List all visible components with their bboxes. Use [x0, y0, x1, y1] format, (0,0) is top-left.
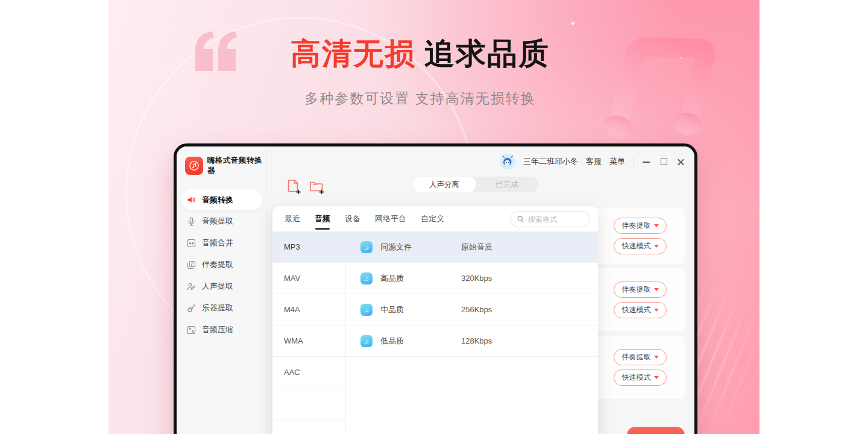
chevron-down-icon — [654, 245, 659, 248]
guitar-icon — [186, 303, 197, 313]
username[interactable]: 三年二班邱小冬 — [523, 156, 578, 167]
sidebar-item-accompaniment-extract[interactable]: 伴奏提取 — [177, 254, 266, 275]
sidebar-nav: 音频转换 音频提取 音频合并 — [177, 189, 266, 341]
sidebar-item-label: 乐器提取 — [202, 303, 233, 313]
dropdown-label: 伴奏提取 — [622, 352, 651, 362]
dropdown-label: 快速模式 — [622, 373, 651, 383]
vocal-icon — [186, 281, 197, 292]
sidebar-item-audio-merge[interactable]: 音频合并 — [177, 232, 266, 254]
compress-icon — [186, 325, 197, 335]
app-name: 嗨格式音频转换器 — [207, 156, 266, 176]
sidebar-item-audio-extract[interactable]: 音频提取 — [177, 210, 266, 232]
sparkle-decoration — [571, 22, 574, 25]
add-folder-icon[interactable] — [309, 178, 324, 194]
quality-option-high[interactable]: ♫ 高品质 320Kbps — [346, 263, 598, 294]
banner-title-accent: 高清无损 — [291, 37, 416, 71]
dropdown-label: 快速模式 — [622, 305, 651, 315]
format-list: MP3 MAV M4A WMA AAC — [272, 231, 346, 434]
quality-option-source[interactable]: ♫ 同源文件 原始音质 — [346, 231, 598, 263]
sidebar: 嗨格式音频转换器 音频转换 — [177, 146, 267, 434]
format-search[interactable] — [510, 211, 590, 227]
app-window: 嗨格式音频转换器 音频转换 — [174, 143, 697, 434]
sidebar-item-vocal-extract[interactable]: 人声提取 — [177, 275, 266, 297]
format-option-wma[interactable]: WMA — [272, 326, 345, 357]
format-search-input[interactable] — [528, 215, 580, 224]
dropdown-label: 快速模式 — [622, 241, 651, 251]
sidebar-item-audio-convert[interactable]: 音频转换 — [181, 189, 262, 210]
add-file-icon[interactable] — [286, 178, 301, 194]
titlebar-right: 三年二班邱小冬 客服 菜单 — [500, 154, 685, 169]
quality-value: 原始音质 — [461, 242, 492, 253]
format-tab-platform[interactable]: 网络平台 — [375, 206, 406, 231]
close-icon[interactable] — [678, 158, 685, 165]
maximize-icon[interactable] — [660, 158, 667, 165]
app-logo-icon — [185, 157, 203, 175]
app-logo-row: 嗨格式音频转换器 — [177, 146, 266, 176]
sidebar-item-label: 音频合并 — [202, 237, 233, 248]
format-tab-recent[interactable]: 最近 — [285, 206, 300, 231]
banner-title-rest: 追求品质 — [424, 37, 550, 71]
fast-mode-dropdown[interactable]: 快速模式 — [614, 238, 667, 254]
fast-mode-dropdown[interactable]: 快速模式 — [614, 302, 667, 318]
sidebar-item-label: 音频转换 — [202, 195, 233, 206]
format-option-aac[interactable]: AAC — [272, 357, 345, 388]
search-icon — [517, 215, 524, 223]
quality-value: 256Kbps — [461, 305, 492, 314]
fast-mode-dropdown[interactable]: 快速模式 — [614, 370, 667, 386]
sidebar-item-audio-compress[interactable]: 音频压缩 — [177, 319, 266, 341]
music-note-icon: ♫ — [360, 272, 373, 285]
quality-option-medium[interactable]: ♫ 中品质 256Kbps — [346, 294, 598, 326]
sidebar-item-label: 音频压缩 — [202, 324, 233, 335]
sidebar-item-label: 音频提取 — [202, 216, 233, 227]
microphone-icon — [186, 216, 197, 227]
promo-banner: 高清无损追求品质 多种参数可设置 支持高清无损转换 嗨格式音频转换器 — [108, 0, 760, 434]
chevron-down-icon — [654, 288, 659, 291]
toolbar-add-actions — [286, 178, 324, 194]
chevron-down-icon — [654, 376, 659, 379]
titlebar-divider — [633, 157, 634, 166]
music-note-icon: ♫ — [360, 304, 373, 316]
chevron-down-icon — [654, 224, 659, 227]
music-note-icon: ♫ — [360, 241, 373, 253]
tab-vocal-separation[interactable]: 人声分离 — [413, 177, 476, 192]
tab-completed[interactable]: 已完成 — [476, 177, 538, 192]
convert-button[interactable] — [627, 427, 685, 434]
quality-name: 同源文件 — [380, 242, 461, 253]
quality-list: ♫ 同源文件 原始音质 ♫ 高品质 320Kbps ♫ — [346, 231, 598, 434]
accompaniment-extract-dropdown[interactable]: 伴奏提取 — [614, 281, 667, 298]
page: 高清无损追求品质 多种参数可设置 支持高清无损转换 嗨格式音频转换器 — [0, 0, 868, 434]
quality-value: 320Kbps — [461, 274, 492, 283]
quality-option-low[interactable]: ♫ 低品质 128Kbps — [346, 326, 598, 357]
format-option-mav[interactable]: MAV — [272, 263, 345, 294]
avatar[interactable] — [500, 154, 515, 169]
dropdown-label: 伴奏提取 — [622, 221, 651, 231]
quality-value: 128Kbps — [461, 336, 492, 345]
format-row-empty — [272, 388, 345, 420]
format-panel-body: MP3 MAV M4A WMA AAC ♫ 同源文件 原始音质 — [272, 231, 598, 434]
mode-tabs: 人声分离 已完成 — [413, 177, 538, 192]
dropdown-label: 伴奏提取 — [622, 285, 651, 295]
format-tab-device[interactable]: 设备 — [345, 206, 360, 231]
banner-title: 高清无损追求品质 — [108, 34, 760, 74]
format-option-m4a[interactable]: M4A — [272, 294, 345, 326]
accompaniment-extract-dropdown[interactable]: 伴奏提取 — [614, 218, 667, 234]
chevron-down-icon — [654, 309, 659, 312]
sidebar-item-instrument-extract[interactable]: 乐器提取 — [177, 297, 266, 319]
banner-subtitle: 多种参数可设置 支持高清无损转换 — [108, 89, 760, 108]
music-cards-icon — [186, 260, 197, 270]
accompaniment-extract-dropdown[interactable]: 伴奏提取 — [614, 349, 667, 365]
format-tab-audio[interactable]: 音频 — [315, 206, 330, 231]
speaker-icon — [186, 195, 197, 205]
main-content: 三年二班邱小冬 客服 菜单 — [267, 146, 694, 434]
format-tab-custom[interactable]: 自定义 — [421, 206, 444, 231]
format-panel: 最近 音频 设备 网络平台 自定义 MP3 MAV — [272, 206, 598, 434]
merge-icon — [186, 238, 197, 248]
quality-name: 低品质 — [380, 336, 461, 347]
sidebar-item-label: 伴奏提取 — [202, 259, 233, 270]
support-link[interactable]: 客服 — [586, 156, 602, 167]
menu-link[interactable]: 菜单 — [609, 156, 625, 167]
chevron-down-icon — [654, 356, 659, 359]
quality-name: 高品质 — [380, 273, 461, 284]
minimize-icon[interactable] — [643, 158, 650, 165]
format-option-mp3[interactable]: MP3 — [272, 231, 345, 263]
